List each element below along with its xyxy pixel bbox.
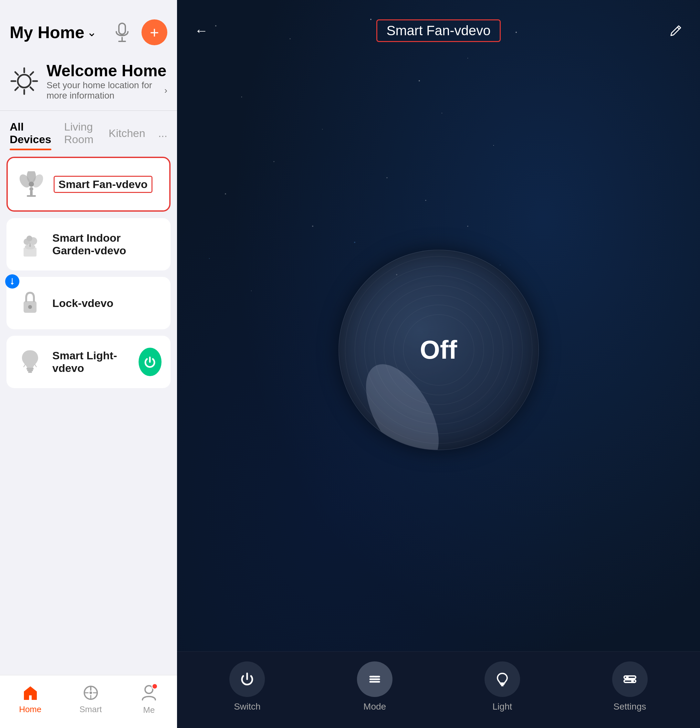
svg-point-72 — [626, 676, 629, 679]
svg-point-26 — [28, 305, 32, 309]
svg-point-12 — [29, 187, 33, 191]
more-tabs-button[interactable]: ··· — [158, 129, 167, 142]
svg-line-11 — [15, 87, 18, 90]
sun-icon — [10, 66, 39, 96]
light-icon-wrap — [485, 662, 520, 697]
nav-label-me: Me — [143, 705, 155, 715]
welcome-title: Welcome Home — [46, 61, 167, 80]
switch-icon-wrap — [229, 662, 265, 697]
svg-line-8 — [15, 72, 18, 75]
control-settings[interactable]: Settings — [612, 662, 648, 712]
welcome-section: Welcome Home Set your home location for … — [0, 52, 177, 107]
device-card-light[interactable]: Smart Light-vdevo — [6, 336, 170, 388]
svg-point-16 — [29, 182, 34, 187]
svg-rect-70 — [624, 676, 636, 679]
svg-rect-27 — [26, 368, 33, 370]
svg-point-33 — [89, 692, 92, 694]
right-header: ← Smart Fan-vdevo — [177, 0, 700, 48]
control-mode[interactable]: Mode — [357, 662, 393, 712]
fan-status-text: Off — [420, 335, 458, 365]
device-card-fan[interactable]: Smart Fan-vdevo — [6, 157, 170, 212]
nav-label-smart: Smart — [79, 704, 102, 714]
mode-label: Mode — [364, 702, 386, 712]
svg-rect-18 — [27, 195, 36, 197]
home-title: My Home — [10, 23, 84, 42]
svg-rect-0 — [119, 23, 126, 34]
fan-sphere[interactable]: Off — [339, 250, 539, 450]
light-device-name: Smart Light-vdevo — [52, 349, 131, 374]
edit-button[interactable] — [664, 19, 687, 42]
garden-device-name: Smart Indoor Garden-vdevo — [52, 232, 162, 257]
me-icon-wrapper — [140, 683, 158, 702]
tabs-row: All Devices Living Room Kitchen ··· — [0, 114, 177, 150]
fan-device-name: Smart Fan-vdevo — [53, 176, 153, 193]
back-button[interactable]: ← — [190, 19, 212, 42]
bottom-nav: Home Smart Me — [0, 675, 177, 728]
svg-rect-28 — [27, 370, 33, 371]
bluetooth-badge: ⭣ — [5, 274, 19, 289]
bottom-controls: Switch Mode — [177, 651, 700, 728]
switch-label: Switch — [234, 702, 260, 712]
svg-rect-71 — [624, 680, 636, 682]
svg-point-73 — [631, 680, 634, 682]
welcome-text: Welcome Home Set your home location for … — [46, 61, 167, 101]
control-switch[interactable]: Switch — [229, 662, 265, 712]
garden-device-icon — [16, 230, 45, 259]
home-title-row[interactable]: My Home ⌄ — [10, 23, 97, 42]
svg-point-3 — [18, 75, 31, 88]
lock-device-name: Lock-vdevo — [52, 297, 113, 309]
svg-line-10 — [30, 72, 33, 75]
add-button[interactable]: + — [141, 19, 167, 45]
nav-label-home: Home — [19, 704, 41, 714]
left-panel: My Home ⌄ + — [0, 0, 177, 728]
tab-all-devices[interactable]: All Devices — [10, 120, 51, 150]
devices-list: Smart Fan-vdevo Smart Indoor Garden-vdev… — [0, 150, 177, 675]
settings-label: Settings — [613, 702, 646, 712]
svg-line-30 — [24, 364, 25, 367]
notification-dot — [152, 683, 158, 689]
left-header: My Home ⌄ + — [0, 0, 177, 52]
svg-line-9 — [30, 87, 33, 90]
nav-item-home[interactable]: Home — [19, 684, 41, 714]
device-card-lock[interactable]: ⭣ Lock-vdevo — [6, 277, 170, 329]
svg-point-61 — [351, 352, 453, 450]
nav-item-smart[interactable]: Smart — [79, 684, 102, 714]
light-label: Light — [493, 702, 512, 712]
right-panel: ← Smart Fan-vdevo — [177, 0, 700, 728]
control-light[interactable]: Light — [485, 662, 520, 712]
fan-device-icon — [17, 170, 46, 199]
svg-line-60 — [677, 27, 679, 29]
device-card-garden[interactable]: Smart Indoor Garden-vdevo — [6, 218, 170, 270]
tab-kitchen[interactable]: Kitchen — [108, 127, 145, 144]
settings-icon-wrap — [612, 662, 648, 697]
lock-device-icon — [16, 289, 45, 318]
welcome-subtitle[interactable]: Set your home location for more informat… — [46, 80, 167, 101]
right-title: Smart Fan-vdevo — [376, 19, 500, 42]
fan-container[interactable]: Off — [177, 48, 700, 651]
header-icons: + — [110, 19, 167, 45]
light-power-button[interactable] — [139, 348, 162, 376]
tab-living-room[interactable]: Living Room — [64, 120, 96, 150]
svg-rect-29 — [28, 371, 32, 373]
chevron-down-icon: ⌄ — [87, 26, 97, 39]
nav-item-me[interactable]: Me — [140, 683, 158, 715]
svg-point-24 — [26, 235, 32, 241]
mic-button[interactable] — [110, 21, 134, 44]
mode-icon-wrap — [357, 662, 393, 697]
svg-line-31 — [35, 364, 36, 367]
light-device-icon — [16, 347, 45, 376]
